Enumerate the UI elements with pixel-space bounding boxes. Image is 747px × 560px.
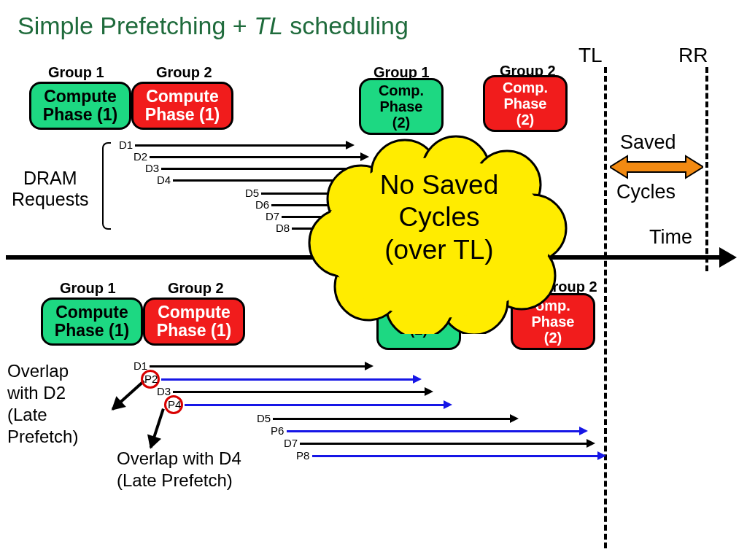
- arrow-d3-bot: [173, 391, 425, 393]
- d6-top: D6: [255, 198, 269, 211]
- compute-phase1-g2-bot: Compute Phase (1): [143, 298, 245, 346]
- saved-label: Saved: [620, 131, 676, 154]
- double-arrow-icon: [610, 155, 703, 179]
- comp-phase2-g2-top: Comp. Phase (2): [483, 75, 568, 132]
- compute-phase1-g1-top: Compute Phase (1): [29, 82, 131, 130]
- tl-dashed-line: [604, 67, 607, 548]
- arrow-p6-bot: [287, 430, 580, 432]
- d3-top: D3: [145, 162, 159, 174]
- p8-bot: P8: [296, 449, 309, 462]
- comp-phase2-g1-top: Comp. Phase (2): [359, 78, 444, 135]
- group1-label-top: Group 1: [48, 64, 104, 81]
- title-italic: TL: [254, 12, 283, 39]
- rr-dashed-line: [705, 67, 708, 271]
- arrow-p2-bot: [161, 378, 414, 381]
- overlap-d4-label: Overlap with D4 (Late Prefetch): [117, 448, 241, 491]
- svg-marker-0: [610, 156, 703, 178]
- diag-arrow-2: [150, 408, 165, 448]
- brace-icon: [102, 142, 111, 230]
- arrow-p8-bot: [312, 455, 598, 457]
- p4-bot: P4: [168, 398, 181, 411]
- arrow-d5-bot: [273, 418, 511, 420]
- diag-arrow-1: [112, 380, 145, 411]
- title-suffix: scheduling: [283, 12, 409, 39]
- cloud-text: No Saved Cycles (over TL): [344, 169, 534, 266]
- group2-label-top: Group 2: [156, 64, 212, 81]
- page-title: Simple Prefetching + TL scheduling: [18, 12, 409, 40]
- time-label: Time: [649, 226, 692, 249]
- tl-label: TL: [578, 44, 603, 67]
- arrow-d1-bot: [150, 365, 365, 368]
- overlap-d2-label: Overlap with D2 (Late Prefetch): [7, 360, 78, 448]
- title-prefix: Simple Prefetching +: [18, 12, 254, 39]
- p6-bot: P6: [271, 424, 284, 437]
- arrow-p4-bot: [185, 404, 444, 406]
- compute-phase1-g1-bot: Compute Phase (1): [41, 298, 143, 346]
- p2-bot: P2: [144, 373, 158, 385]
- d1-top: D1: [119, 139, 133, 151]
- compute-phase1-g2-top: Compute Phase (1): [131, 82, 233, 130]
- d7-bot: D7: [284, 437, 298, 449]
- d7-top: D7: [266, 210, 279, 222]
- d5-bot: D5: [257, 412, 271, 424]
- group1-label-bot: Group 1: [60, 280, 116, 297]
- d8-top: D8: [276, 222, 290, 234]
- arrow-d7-bot: [300, 443, 587, 445]
- group2-label-bot: Group 2: [168, 280, 224, 297]
- dram-requests-label: DRAM Requests: [12, 168, 89, 210]
- d4-top: D4: [157, 174, 171, 186]
- d2-top: D2: [133, 150, 147, 163]
- cycles-label: Cycles: [616, 181, 676, 203]
- d5-top: D5: [245, 187, 259, 199]
- rr-label: RR: [678, 44, 708, 67]
